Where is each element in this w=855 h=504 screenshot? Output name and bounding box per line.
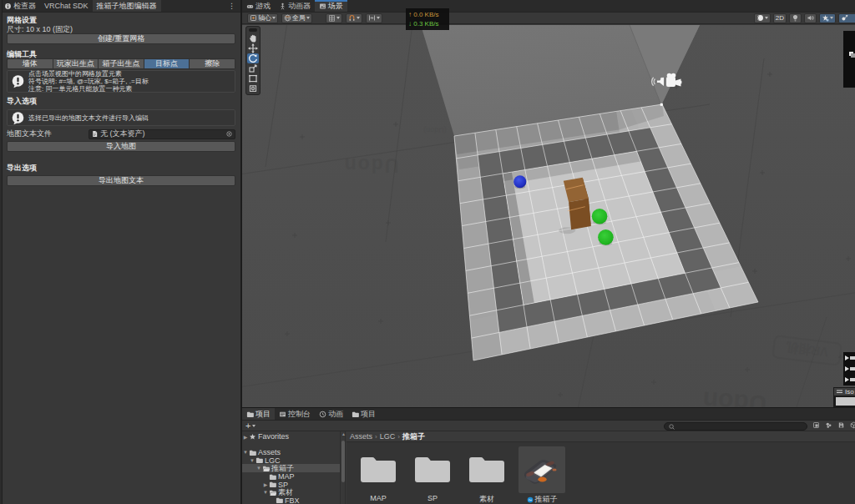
tree-item-推箱子[interactable]: ▼推箱子 — [242, 464, 340, 472]
project-search-input[interactable] — [664, 422, 807, 431]
2d-toggle-button[interactable]: 2D — [773, 13, 787, 23]
help-icon — [11, 111, 25, 125]
scrollbar-thumb[interactable] — [341, 441, 345, 482]
pivot-dropdown[interactable]: 轴心 — [247, 13, 278, 23]
tool-button-擦除[interactable]: 擦除 — [190, 58, 235, 69]
tab-label: VRChat SDK — [44, 2, 89, 10]
chevron-down-icon — [765, 17, 768, 19]
save-search-icon[interactable] — [837, 421, 845, 429]
import-options-title: 导入选项 — [7, 96, 235, 107]
create-asset-button[interactable]: + — [245, 421, 255, 431]
chevron-down-icon — [830, 17, 833, 19]
tree-down-arrow-icon[interactable]: ▼ — [249, 458, 255, 463]
tab-检查器[interactable]: 检查器 — [0, 0, 40, 12]
tool-button-玩家出生点[interactable]: 玩家出生点 — [53, 58, 99, 69]
chevron-down-icon — [377, 17, 380, 19]
tab-项目[interactable]: 项目 — [347, 408, 380, 420]
download-value: 0.3 KB/s — [413, 20, 438, 28]
tab-动画器[interactable]: 动画器 — [275, 0, 315, 12]
breadcrumb-LGC[interactable]: LGC — [380, 432, 396, 441]
handle-space-dropdown[interactable]: 全局 — [281, 13, 312, 23]
folder-open-icon — [269, 489, 276, 496]
import-map-button[interactable]: 导入地图 — [7, 141, 235, 152]
asset-MAP[interactable]: MAP — [355, 446, 402, 502]
scroll-up-icon[interactable]: ▲ — [341, 431, 347, 437]
tree-down-arrow-icon[interactable]: ▼ — [255, 466, 262, 471]
tab-场景[interactable]: 场景 — [315, 0, 347, 12]
tab-项目[interactable]: 项目 — [242, 408, 275, 420]
gamepad-icon — [246, 3, 254, 10]
breadcrumb: Assets›LGC›推箱子 — [347, 431, 855, 442]
rect-tool-button[interactable] — [247, 73, 259, 83]
goal-point — [592, 209, 608, 224]
object-picker-icon[interactable] — [225, 130, 233, 138]
asset-推箱子[interactable]: 推箱子 — [519, 446, 565, 504]
breadcrumb-Assets[interactable]: Assets — [350, 432, 372, 441]
export-map-button[interactable]: 导出地图文本 — [7, 175, 235, 186]
asset-素材[interactable]: 素材 — [463, 446, 510, 504]
scene-icon — [319, 3, 326, 10]
map-file-object-field[interactable]: 无 (文本资产) — [89, 129, 235, 139]
chevron-down-icon — [272, 17, 276, 19]
clock-icon — [319, 411, 326, 418]
tree-item-FBX[interactable]: FBX — [242, 496, 340, 504]
scene-viewport[interactable]: Udon(Udon)VR相机Udon Iso — [242, 25, 855, 407]
rotate-tool-button[interactable] — [247, 53, 259, 63]
grid-visibility-dropdown[interactable] — [326, 13, 342, 23]
tree-item-Assets[interactable]: ▼Assets — [242, 448, 340, 456]
project-folder-tree: ▶Favorites▼Assets▼LGC▼推箱子MAP▶SP▼素材FBX — [242, 431, 340, 504]
gizmos-button[interactable] — [838, 13, 855, 23]
asset-SP[interactable]: SP — [409, 446, 456, 502]
edit-tools-help-text: 点击场景视图中的网格放置元素符号说明: #=墙, @=玩家, $=箱子, .=目… — [28, 70, 149, 93]
tab-label: 项目 — [255, 409, 271, 420]
snap-increment-dropdown[interactable] — [366, 13, 382, 23]
folder-icon — [246, 411, 254, 418]
tab-游戏[interactable]: 游戏 — [242, 0, 275, 12]
scale-icon — [248, 63, 258, 73]
clipped-overlay-top — [843, 31, 855, 88]
tool-button-箱子出生点[interactable]: 箱子出生点 — [99, 58, 144, 69]
hand-tool-button[interactable] — [247, 33, 259, 43]
project-toolbar-icons — [812, 421, 855, 429]
transform-icon — [248, 83, 258, 93]
tree-right-arrow-icon[interactable]: ▶ — [242, 434, 249, 440]
tree-item-素材[interactable]: ▼素材 — [242, 488, 340, 496]
tree-down-arrow-icon[interactable]: ▼ — [262, 490, 269, 495]
scale-tool-button[interactable] — [247, 63, 259, 73]
create-grid-button[interactable]: 创建/重置网格 — [7, 33, 235, 44]
chevron-down-icon — [336, 17, 340, 19]
scene-effects-dropdown[interactable] — [819, 13, 836, 23]
tree-right-arrow-icon[interactable]: ▶ — [262, 481, 269, 487]
tree-down-arrow-icon[interactable]: ▼ — [242, 450, 249, 455]
breadcrumb-推箱子[interactable]: 推箱子 — [402, 431, 425, 442]
scene-lighting-button[interactable] — [789, 13, 802, 23]
help-line: 符号说明: #=墙, @=玩家, $=箱子, .=目标 — [28, 78, 149, 85]
grid-snapping-dropdown[interactable] — [346, 13, 362, 23]
shading-mode-dropdown[interactable] — [754, 13, 771, 23]
folder-icon — [352, 411, 359, 418]
asset-grid: MAP SP 素材 推箱子 — [347, 442, 855, 504]
tree-scrollbar[interactable]: ▲ — [340, 431, 346, 504]
map-file-value: 无 (文本资产) — [100, 129, 145, 139]
tab-VRChat SDK[interactable]: VRChat SDK — [40, 0, 93, 12]
tree-item-Favorites[interactable]: ▶Favorites — [242, 432, 340, 441]
chevron-down-icon — [357, 17, 360, 19]
breadcrumb-separator: › — [375, 433, 377, 441]
move-tool-button[interactable] — [247, 43, 259, 53]
scene-audio-button[interactable] — [804, 13, 817, 23]
tab-推箱子地图编辑器[interactable]: 推箱子地图编辑器 — [93, 0, 161, 12]
panel-menu-icon[interactable]: ⋮ — [228, 2, 240, 10]
console-icon — [279, 411, 286, 418]
overlay-drag-handle[interactable] — [249, 28, 257, 32]
search-by-type-icon[interactable] — [812, 421, 820, 429]
tab-控制台[interactable]: 控制台 — [275, 408, 315, 420]
transform-tool-button[interactable] — [247, 83, 259, 93]
tree-item-MAP[interactable]: MAP — [242, 472, 340, 481]
clipped-iso-window: Iso — [833, 387, 855, 407]
hidden-packages-icon[interactable] — [850, 421, 855, 429]
tab-动画[interactable]: 动画 — [315, 408, 347, 420]
search-by-label-icon[interactable] — [825, 421, 832, 429]
tool-button-墙体[interactable]: 墙体 — [7, 58, 53, 69]
help-icon — [11, 74, 25, 88]
tool-button-目标点[interactable]: 目标点 — [144, 58, 190, 69]
